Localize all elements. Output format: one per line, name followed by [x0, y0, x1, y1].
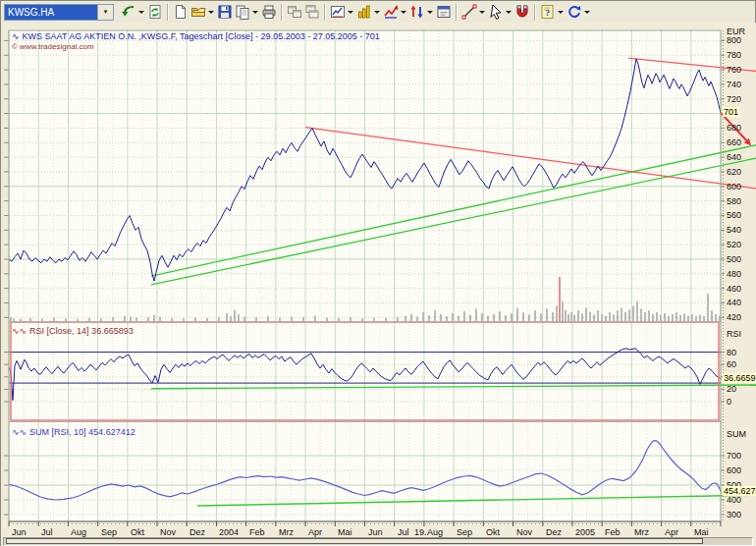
dropdown-caret[interactable]	[401, 11, 406, 14]
eur-tick-label: 440	[727, 298, 741, 307]
rsi-current-value: 36.6659	[723, 373, 756, 383]
x-tick-label: Apr	[665, 527, 678, 537]
x-tick-label: Sep	[457, 527, 472, 537]
x-tick-label: Feb	[605, 527, 621, 537]
dropdown-caret[interactable]	[479, 11, 485, 14]
chart-title: KWS SAAT AG AKTIEN O.N. ,KWSG.F, Tagesch…	[23, 31, 380, 41]
chart-canvas[interactable]	[1, 23, 756, 546]
edit-signals-button[interactable]	[408, 2, 435, 22]
insert-strategy-button[interactable]	[382, 2, 408, 22]
toolbar: KWSG.HA ▼ ?	[1, 1, 755, 24]
dropdown-caret[interactable]	[138, 11, 144, 14]
x-tick-label: Okt	[131, 527, 144, 537]
properties-button[interactable]	[435, 2, 453, 22]
dropdown-caret[interactable]	[374, 11, 380, 14]
eur-tick-label: 760	[727, 65, 741, 75]
sum-tick-label: 400	[727, 495, 741, 505]
refresh-icon	[567, 4, 582, 20]
eur-tick-label: 640	[727, 152, 741, 162]
eur-tick-label: 720	[727, 94, 741, 104]
watermark: © www.tradesignal.com	[12, 42, 94, 51]
eur-tick-label: 460	[727, 284, 741, 294]
properties-icon	[436, 4, 452, 20]
chart-type-button[interactable]	[329, 2, 355, 22]
magnet-mode-icon	[514, 4, 530, 20]
pointer-tool-button[interactable]	[487, 2, 513, 22]
new-document-button[interactable]	[172, 2, 189, 22]
recalculate-button[interactable]	[146, 2, 164, 22]
sum-pane-label: ∿∿SUM [RSI, 10] 454.627412	[12, 427, 135, 437]
scrollbar-thumb[interactable]	[6, 538, 703, 544]
back-arrow-icon	[121, 4, 136, 20]
toolbar-separator	[281, 4, 283, 21]
dropdown-caret[interactable]	[427, 11, 433, 14]
open-folder-icon	[190, 4, 206, 20]
formula-editor-button[interactable]: ?	[539, 2, 566, 22]
toolbar-separator	[167, 4, 169, 21]
recalculate-icon	[147, 4, 163, 20]
formula-editor-icon: ?	[540, 4, 556, 20]
save-icon	[217, 4, 233, 20]
line-chart-icon: ∿	[12, 31, 20, 41]
eur-tick-label: 480	[727, 269, 741, 279]
x-tick-label: Apr	[308, 527, 322, 537]
toolbar-separator	[534, 4, 536, 21]
x-tick-label: Dez	[189, 527, 205, 537]
new-document-icon	[173, 4, 189, 20]
sum-pane-label-text: SUM [RSI, 10] 454.627412	[29, 427, 135, 437]
save-button[interactable]	[216, 2, 234, 22]
toolbar-separator	[324, 4, 326, 21]
dropdown-caret[interactable]	[506, 11, 512, 14]
dropdown-caret[interactable]	[348, 11, 353, 14]
x-tick-label: Mrz	[279, 527, 294, 537]
sum-current-value: 454.6274	[723, 486, 756, 496]
eur-tick-label: 420	[727, 312, 741, 322]
dropdown-caret[interactable]	[252, 11, 258, 14]
x-tick-label: Aug	[71, 527, 86, 537]
draw-trendline-button[interactable]	[460, 2, 487, 22]
eur-current-value: 701	[723, 107, 739, 117]
combo-dropdown-button[interactable]: ▼	[97, 5, 113, 20]
rsi-tick-label: 0	[727, 397, 731, 407]
eur-tick-label: 520	[727, 240, 741, 249]
symbol-combobox[interactable]: KWSG.HA ▼	[4, 4, 114, 21]
insert-indicator-icon	[356, 4, 372, 20]
x-tick-label: Jun	[12, 527, 27, 537]
copy-button[interactable]	[234, 2, 260, 22]
dropdown-caret[interactable]	[558, 11, 564, 14]
eur-tick-label: 800	[727, 35, 741, 45]
pointer-tool-icon	[488, 4, 504, 20]
eur-tick-label: 680	[727, 123, 741, 133]
insert-indicator-button[interactable]	[355, 2, 382, 22]
dropdown-caret[interactable]	[584, 11, 590, 14]
eur-tick-label: 780	[727, 50, 741, 60]
chart-area[interactable]: ∿KWS SAAT AG AKTIEN O.N. ,KWSG.F, Tagesc…	[1, 23, 756, 546]
x-tick-label: Nov	[516, 527, 532, 537]
open-folder-button[interactable]	[189, 2, 216, 22]
x-tick-label: 2005	[575, 527, 595, 537]
x-tick-label: Jul	[398, 527, 409, 537]
cascade-windows-button[interactable]	[303, 2, 321, 22]
refresh-button[interactable]	[566, 2, 592, 22]
back-arrow-button[interactable]	[120, 2, 146, 22]
x-tick-label: Jul	[41, 527, 53, 537]
x-tick-label: Dez	[546, 527, 562, 537]
print-button[interactable]	[260, 2, 278, 22]
indicator-icon: ∿∿	[12, 326, 27, 336]
eur-tick-label: 740	[727, 80, 741, 89]
horizontal-scrollbar[interactable]	[3, 537, 753, 546]
eur-tick-label: 620	[727, 167, 741, 177]
tile-windows-button[interactable]	[286, 2, 303, 22]
x-tick-label: Jun	[368, 527, 383, 537]
x-tick-label: Aug	[427, 527, 443, 537]
cascade-windows-icon	[304, 4, 320, 20]
eur-tick-label: 660	[727, 137, 741, 147]
tile-windows-icon	[287, 4, 302, 20]
magnet-mode-button[interactable]	[513, 2, 531, 22]
dropdown-caret[interactable]	[208, 11, 214, 14]
symbol-value[interactable]: KWSG.HA	[5, 5, 97, 20]
x-tick-label: Nov	[160, 527, 176, 537]
x-tick-label-extra: 19.	[414, 527, 427, 537]
sum-tick-label: 300	[727, 510, 741, 519]
x-tick-label: Mai	[338, 527, 352, 537]
